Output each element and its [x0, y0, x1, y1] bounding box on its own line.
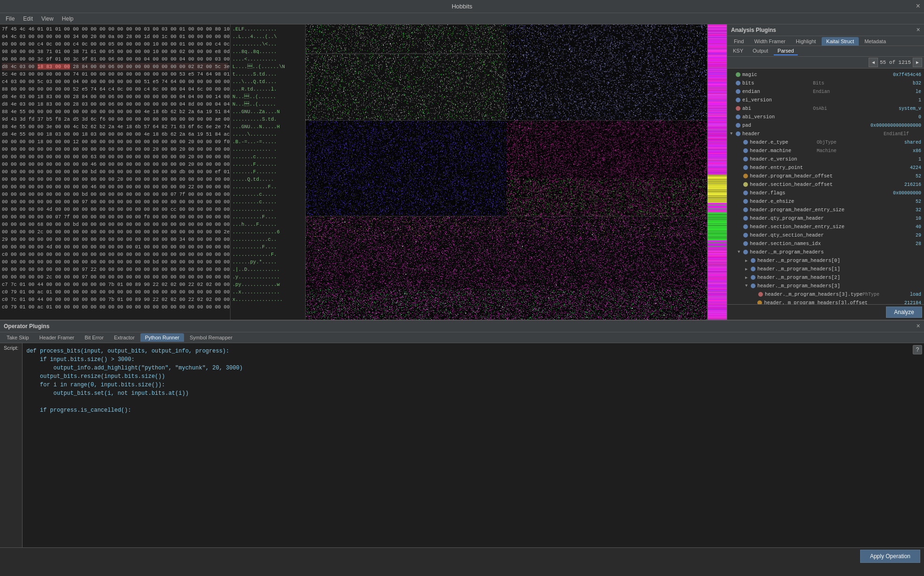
kaitai-tree-row[interactable]: header.program_header_entry_size32: [729, 206, 922, 214]
hex-row[interactable]: 00 00 00 00 00 00 00 00 00 00 00 00 00 2…: [2, 176, 228, 183]
kaitai-tree-row[interactable]: ▶header._m_program_headers[1]: [729, 265, 922, 273]
hex-row[interactable]: c4 03 00 00 5c 03 00 00 04 00 00 00 00 0…: [2, 78, 228, 85]
tab-python-runner[interactable]: Python Runner: [140, 333, 184, 342]
hex-panel[interactable]: 7f 45 4c 46 01 01 01 00 00 00 00 00 00 0…: [0, 24, 230, 320]
kaitai-tree-row[interactable]: header.program_header_offset52: [729, 172, 922, 180]
page-prev-btn[interactable]: ◀: [869, 58, 878, 67]
tab-highlight[interactable]: Highlight: [791, 37, 821, 46]
tab-kaitai-struct[interactable]: Kaitai Struct: [822, 37, 859, 46]
hex-row[interactable]: 00 00 00 00 68 00 00 00 bd 00 00 00 00 0…: [2, 221, 228, 228]
kaitai-tree-row[interactable]: header.entry_point4224: [729, 163, 922, 172]
kaitai-tree-row[interactable]: header.flags0x00000000: [729, 189, 922, 197]
hex-row[interactable]: 98 00 00 00 38 71 01 00 38 71 01 00 05 0…: [2, 48, 228, 55]
tab-extractor[interactable]: Extractor: [109, 333, 139, 342]
kaitai-tree-row[interactable]: header.e_ehsize52: [729, 197, 922, 206]
hex-row[interactable]: 00 00 00 00 2c 00 00 00 00 00 00 00 00 0…: [2, 228, 228, 236]
hex-row[interactable]: d8 4e 03 00 18 83 00 00 28 03 00 00 06 0…: [2, 100, 228, 108]
kaitai-tree-row[interactable]: header.section_header_offset216216: [729, 180, 922, 189]
kaitai-tree-row[interactable]: header.qty_section_header29: [729, 231, 922, 239]
hex-row[interactable]: c0 00 00 00 00 00 00 00 00 00 00 00 00 0…: [2, 251, 228, 258]
kaitai-tree-row[interactable]: ▼headerEndianElf: [729, 130, 922, 138]
hex-row[interactable]: c7 7c 01 00 44 00 00 00 00 00 00 00 7b 0…: [2, 281, 228, 288]
hex-row[interactable]: 00 00 00 00 00 00 00 00 00 00 bd 00 00 0…: [2, 168, 228, 176]
hex-row[interactable]: 00 00 00 00 00 00 00 00 00 00 63 00 00 0…: [2, 153, 228, 161]
hex-row[interactable]: d8 4e 55 00 00 18 03 00 00 18 03 00 00 0…: [2, 131, 228, 138]
kaitai-tree-row[interactable]: ▶header._m_program_headers[0]: [729, 256, 922, 265]
hex-row[interactable]: c0 7c 01 00 44 00 00 00 00 00 00 00 7b 0…: [2, 296, 228, 303]
kaitai-tree-row[interactable]: pad0x0000000000000000: [729, 121, 922, 130]
menu-edit[interactable]: Edit: [19, 15, 37, 23]
hex-row[interactable]: 88 00 00 00 00 00 00 00 52 e5 74 64 c4 0…: [2, 85, 228, 93]
hex-row[interactable]: 00 00 00 00 00 00 00 00 00 00 46 00 00 0…: [2, 183, 228, 191]
hex-row[interactable]: 29 00 00 00 00 00 00 00 00 00 00 00 00 0…: [2, 236, 228, 243]
hex-row[interactable]: 00 00 00 00 00 00 00 00 00 bd 00 00 00 0…: [2, 191, 228, 198]
analysis-content[interactable]: magic0x7f454c46bitsBitsb32endianEndianle…: [727, 69, 924, 304]
tree-arrow[interactable]: ▶: [745, 275, 751, 280]
hex-row[interactable]: 00 00 00 00 00 00 00 00 00 97 00 00 00 0…: [2, 198, 228, 206]
kaitai-tree-row[interactable]: header.e_typeObjTypeshared: [729, 138, 922, 146]
kaitai-tree-row[interactable]: bitsBitsb32: [729, 79, 922, 87]
hex-row[interactable]: 00 00 00 00 00 4d 00 00 00 00 00 00 00 0…: [2, 243, 228, 251]
kaitai-tree-row[interactable]: ▼header._m_program_headers[3]: [729, 282, 922, 290]
kaitai-tree-row[interactable]: header.section_header_entry_size40: [729, 223, 922, 231]
hex-row[interactable]: d8 4c 03 00 18 83 00 00 28 84 00 00 06 0…: [2, 63, 228, 70]
kaitai-tree-row[interactable]: abi_version0: [729, 113, 922, 121]
kaitai-tree-row[interactable]: header.e_version1: [729, 155, 922, 163]
hex-row[interactable]: 9d 43 3d fd 37 b5 f8 2a d5 3d 6c f6 00 0…: [2, 115, 228, 123]
hex-row[interactable]: 04 4c 03 00 00 00 00 00 34 00 20 00 0a 0…: [2, 33, 228, 40]
kaitai-tree-row[interactable]: header.machineMachinex86: [729, 146, 922, 155]
hex-row[interactable]: 5c 4e 03 00 00 00 00 00 74 01 00 00 00 0…: [2, 70, 228, 78]
hex-row[interactable]: c0 79 01 00 ac 01 00 00 00 00 00 00 00 0…: [2, 288, 228, 296]
kaitai-tree-row[interactable]: header._m_program_headers[3].typePhTypel…: [729, 290, 922, 299]
hex-row[interactable]: 00 00 00 00 18 00 00 00 12 00 00 00 00 0…: [2, 138, 228, 146]
tab-take-skip[interactable]: Take Skip: [2, 333, 34, 342]
script-area[interactable]: ?: [23, 343, 924, 547]
subtab-ksy[interactable]: KSY: [729, 47, 747, 55]
tab-header-framer[interactable]: Header Framer: [35, 333, 79, 342]
tree-arrow[interactable]: ▶: [745, 258, 751, 263]
hex-row[interactable]: c0 79 01 00 ac 01 00 00 00 00 00 00 00 0…: [2, 303, 228, 311]
hex-row[interactable]: 00 00 00 00 00 2c 00 00 00 97 00 00 00 0…: [2, 273, 228, 281]
kaitai-tree-row[interactable]: header.qty_program_header10: [729, 214, 922, 223]
hex-row[interactable]: 00 00 00 00 00 00 00 00 00 97 22 00 00 0…: [2, 266, 228, 273]
subtab-parsed[interactable]: Parsed: [774, 47, 798, 55]
hex-row[interactable]: 88 4e 55 00 00 3e 00 00 4c b2 62 b2 2a 4…: [2, 123, 228, 131]
kaitai-tree-row[interactable]: ▶header._m_program_headers[2]: [729, 273, 922, 282]
menu-help[interactable]: Help: [58, 15, 77, 23]
hex-row[interactable]: d8 4e 03 00 18 83 00 00 28 84 00 00 06 0…: [2, 93, 228, 100]
kaitai-tree-row[interactable]: ei_version1: [729, 96, 922, 104]
tab-metadata[interactable]: Metadata: [860, 37, 891, 46]
help-button[interactable]: ?: [913, 345, 922, 354]
menu-view[interactable]: View: [38, 15, 57, 23]
tree-arrow[interactable]: ▶: [745, 267, 751, 272]
tab-width-framer[interactable]: Width Framer: [749, 37, 790, 46]
hex-row[interactable]: 00 00 00 00 00 00 00 00 00 00 00 00 00 0…: [2, 258, 228, 266]
tab-symbol-remapper[interactable]: Symbol Remapper: [185, 333, 237, 342]
kaitai-tree-row[interactable]: header._m_program_headers[3].offset21218…: [729, 299, 922, 304]
hex-row[interactable]: 00 00 00 00 00 00 00 00 00 00 46 00 00 0…: [2, 161, 228, 168]
hex-row[interactable]: 00 00 00 00 3c 9f 01 00 3c 9f 01 00 06 0…: [2, 55, 228, 63]
tab-find[interactable]: Find: [729, 37, 748, 46]
hex-row[interactable]: 00 00 00 00 c4 0c 00 00 c4 0c 00 00 05 0…: [2, 40, 228, 48]
operator-close-icon[interactable]: ×: [916, 323, 920, 330]
script-textarea[interactable]: [23, 343, 924, 547]
hex-row[interactable]: 00 00 00 00 00 00 00 00 00 00 00 00 00 0…: [2, 146, 228, 153]
hex-row[interactable]: 88 4e 55 00 00 00 00 00 00 00 00 00 00 0…: [2, 108, 228, 115]
kaitai-tree-row[interactable]: abiOsAbisystem_v: [729, 104, 922, 113]
hex-row[interactable]: 00 00 00 00 00 4d 00 00 00 00 00 00 00 0…: [2, 206, 228, 213]
tree-arrow[interactable]: ▼: [745, 284, 751, 288]
kaitai-tree-row[interactable]: header.section_names_idx28: [729, 239, 922, 248]
analyze-button[interactable]: Analyze: [886, 307, 922, 318]
tab-bit-error[interactable]: Bit Error: [80, 333, 108, 342]
analysis-close-icon[interactable]: ×: [916, 26, 920, 34]
menu-file[interactable]: File: [2, 15, 18, 23]
hex-row[interactable]: 00 00 00 00 00 00 07 7f 00 00 00 00 00 0…: [2, 213, 228, 221]
close-icon[interactable]: ×: [916, 2, 920, 11]
tree-arrow[interactable]: ▼: [738, 250, 743, 254]
page-next-btn[interactable]: ▶: [913, 58, 922, 67]
kaitai-tree-row[interactable]: ▼header._m_program_headers: [729, 248, 922, 256]
subtab-output[interactable]: Output: [749, 47, 772, 55]
kaitai-tree-row[interactable]: magic0x7f454c46: [729, 70, 922, 79]
apply-operation-button[interactable]: Apply Operation: [860, 550, 920, 563]
kaitai-tree-row[interactable]: endianEndianle: [729, 87, 922, 96]
